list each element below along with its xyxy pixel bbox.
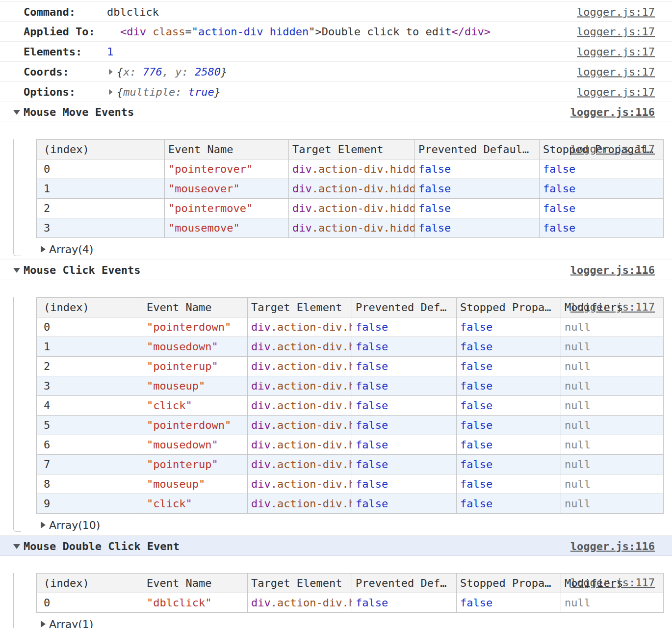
table-header-cell[interactable]: Prevented Def… [352, 574, 457, 593]
table-cell: div.action-div.hidden [248, 317, 352, 337]
table-cell: false [415, 199, 540, 218]
token-tag: div [251, 439, 271, 451]
html-node-preview[interactable]: <div class="action-div hidden">Double cl… [120, 26, 491, 38]
table-header-cell[interactable]: (index) [37, 140, 165, 159]
token-classes: .action-div.hidden [271, 360, 352, 372]
group-header[interactable]: Mouse Double Click Eventlogger.js:116 [0, 536, 672, 556]
log-label: Elements: [24, 46, 82, 58]
token-plain: =" [185, 26, 198, 38]
token-classes: .action-div.hidden [271, 340, 352, 353]
group-indent-guide [13, 297, 21, 532]
table-row: 3"mousemove"div.action-div.hiddenfalsefa… [37, 218, 664, 238]
log-label: Command: [24, 5, 76, 18]
token-plain: dblclick [107, 5, 159, 18]
group-header[interactable]: Mouse Move Eventslogger.js:116 [0, 102, 672, 122]
group-indent-guide [13, 573, 21, 628]
log-label: Coords: [24, 66, 69, 78]
token-classes: .action-div.hidden [312, 222, 415, 234]
table-cell: div.action-div.hidden [248, 435, 352, 455]
table-header-cell[interactable]: (index) [37, 298, 143, 317]
expand-arrow-icon[interactable] [109, 89, 113, 95]
table-header-cell[interactable]: Event Name [143, 298, 248, 317]
table-cell: false [457, 455, 561, 474]
table-header-cell[interactable]: Target Element [289, 140, 415, 159]
table-cell: false [352, 317, 457, 337]
table-header-cell[interactable]: Event Name [165, 140, 289, 159]
table-cell: div.action-div.hidden [248, 416, 352, 435]
expand-arrow-icon[interactable] [41, 621, 46, 628]
table-cell: 2 [37, 357, 143, 376]
table-cell: "click" [143, 396, 248, 416]
table-cell: div.action-div.hidden [248, 337, 352, 357]
expand-arrow-icon[interactable] [41, 522, 46, 528]
source-link[interactable]: logger.js:117 [570, 301, 655, 313]
table-cell: div.action-div.hidden [289, 179, 415, 199]
console-groups: Mouse Move Eventslogger.js:116logger.js:… [0, 102, 672, 628]
token-tag: div [292, 183, 312, 195]
table-cell: false [352, 593, 457, 613]
table-cell: false [457, 593, 561, 613]
table-cell: "pointerup" [143, 357, 248, 376]
token-tag: div [251, 340, 271, 353]
group-collapse-icon[interactable] [13, 110, 20, 115]
table-cell: "dblclick" [143, 593, 248, 613]
expand-arrow-icon[interactable] [41, 246, 46, 253]
object-preview[interactable]: {x: 776, y: 2580} [109, 66, 227, 78]
group-collapse-icon[interactable] [13, 268, 20, 273]
token-key: x: [123, 66, 143, 78]
array-preview[interactable]: Array(1) [41, 618, 672, 628]
source-link[interactable]: logger.js:17 [577, 86, 655, 98]
token-plain: "> [309, 26, 322, 38]
table-cell: null [561, 376, 664, 396]
token-tag: div [292, 163, 312, 175]
table-cell: false [457, 435, 561, 455]
group-collapse-icon[interactable] [13, 544, 20, 549]
source-link[interactable]: logger.js:17 [577, 5, 655, 18]
table-header-cell[interactable]: Target Element [248, 574, 352, 593]
table-cell: "click" [143, 494, 248, 514]
table-cell: null [561, 593, 664, 613]
expand-arrow-icon[interactable] [109, 69, 113, 75]
table-row: 6"mousedown"div.action-div.hiddenfalsefa… [37, 435, 664, 455]
group-header[interactable]: Mouse Click Eventslogger.js:116 [0, 260, 672, 280]
table-cell: false [415, 218, 540, 238]
table-row: 3"mouseup"div.action-div.hiddenfalsefals… [37, 376, 664, 396]
token-tag: div [251, 399, 271, 412]
table-header-cell[interactable]: Stopped Propa… [457, 298, 561, 317]
array-preview[interactable]: Array(4) [41, 243, 672, 256]
table-row: 8"mouseup"div.action-div.hiddenfalsefals… [37, 474, 664, 494]
array-preview[interactable]: Array(10) [41, 519, 672, 531]
table-header-cell[interactable]: (index) [37, 574, 143, 593]
table-header-cell[interactable]: Stopped Propa… [457, 574, 561, 593]
token-brace: { [117, 86, 123, 98]
table-header-cell[interactable]: Event Name [143, 574, 248, 593]
table-header-cell[interactable]: Prevented Def… [352, 298, 457, 317]
table-cell: false [352, 396, 457, 416]
source-link[interactable]: logger.js:117 [570, 143, 655, 155]
source-link[interactable]: logger.js:17 [577, 66, 655, 78]
token-classes: .action-div.hidden [271, 399, 352, 412]
table-cell: 0 [37, 593, 143, 613]
table-cell: div.action-div.hidden [248, 455, 352, 474]
token-key: y: [175, 66, 195, 78]
object-preview[interactable]: {multiple: true} [109, 86, 221, 98]
group-body: logger.js:117(index)Event NameTarget Ele… [0, 139, 672, 260]
table-cell: div.action-div.hidden [289, 159, 415, 179]
source-link[interactable]: logger.js:116 [570, 540, 655, 552]
table-header-cell[interactable]: Prevented Defaul… [415, 140, 540, 159]
table-cell: false [457, 376, 561, 396]
log-row-coords: Coords: {x: 776, y: 2580} logger.js:17 [0, 62, 672, 82]
log-row-options: Options: {multiple: true} logger.js:17 [0, 82, 672, 102]
token-classes: .action-div.hidden [271, 419, 352, 431]
table-cell: 9 [37, 494, 143, 514]
source-link[interactable]: logger.js:17 [577, 46, 655, 58]
table-header-cell[interactable]: Target Element [248, 298, 352, 317]
source-link[interactable]: logger.js:116 [570, 106, 655, 118]
table-cell: "pointerdown" [143, 317, 248, 337]
token-tag: div [292, 222, 312, 234]
source-link[interactable]: logger.js:117 [570, 576, 655, 589]
source-link[interactable]: logger.js:116 [570, 264, 655, 276]
table-cell: div.action-div.hidden [248, 357, 352, 376]
source-link[interactable]: logger.js:17 [577, 26, 655, 38]
token-brace: } [221, 66, 227, 78]
